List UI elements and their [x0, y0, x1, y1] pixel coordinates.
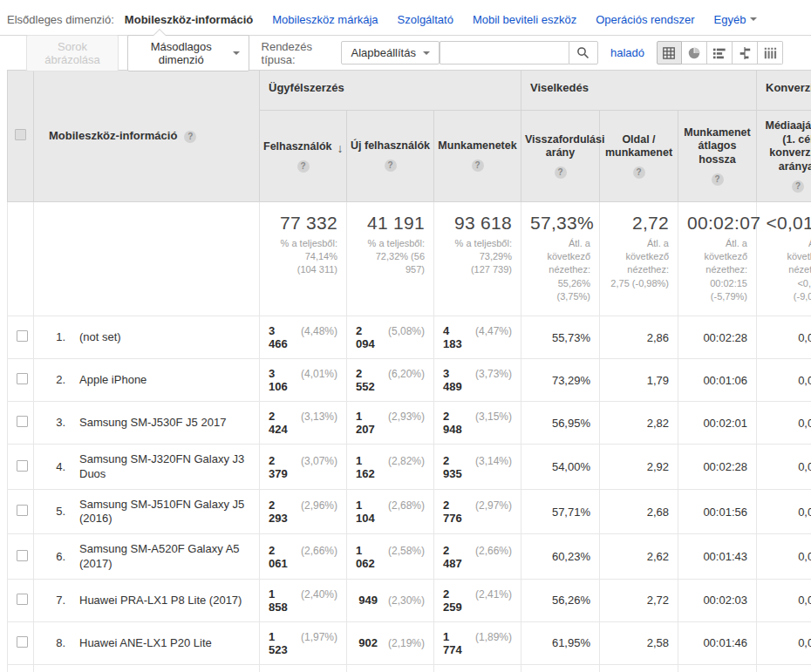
new-users-percent: (2,19%) — [378, 637, 425, 649]
help-icon[interactable]: ? — [555, 166, 567, 179]
pages-per-session-cell: 2,72 — [600, 579, 678, 621]
help-icon[interactable]: ? — [712, 173, 724, 186]
tab-mobileszkoz-markaja[interactable]: Mobileszköz márkája — [272, 13, 378, 26]
table-row: 7. Huawei PRA-LX1 P8 Lite (2017) 1 858(2… — [8, 579, 811, 621]
column-header-conversion[interactable]: Médiaajánlat (1. cél konverziós aránya) … — [757, 111, 811, 202]
new-users-value: 1 062 — [356, 544, 378, 570]
search-input[interactable] — [440, 41, 569, 64]
group-header-acquisition: Ügyfélszerzés — [260, 71, 521, 111]
sessions-column-label: Munkamenetek — [438, 139, 517, 153]
tab-mobil-beviteli-eszkoz[interactable]: Mobil beviteli eszköz — [473, 13, 576, 26]
help-icon[interactable]: ? — [184, 131, 196, 143]
row-checkbox[interactable] — [17, 416, 28, 427]
select-all-checkbox[interactable] — [15, 129, 26, 140]
pivot-view-button[interactable] — [758, 41, 783, 64]
sort-type-button[interactable]: Alapbeállítás — [341, 41, 439, 64]
column-header-bounce-rate[interactable]: Visszafordulási arány ? — [521, 111, 600, 202]
column-header-new-users[interactable]: Új felhasználók ? — [347, 111, 434, 202]
group-acquisition-label: Ügyfélszerzés — [269, 81, 344, 94]
sessions-value: 2 935 — [443, 454, 465, 480]
plot-rows-button[interactable]: Sorok ábrázolása — [26, 35, 119, 71]
help-icon[interactable]: ? — [472, 160, 484, 172]
row-index: 3. — [43, 416, 65, 430]
bounce-rate-cell: 60,23% — [521, 534, 600, 580]
column-header-avg-session-duration[interactable]: Munkamenet átlagos hossza ? — [678, 111, 757, 202]
table-body: 1. (not set) 3 466(4,48%) 2 094(5,08%) 4… — [8, 316, 811, 672]
search-button[interactable] — [569, 41, 598, 64]
summary-bounce-rate: 57,33% Átl. a következő nézethez: 55,26%… — [521, 201, 600, 316]
sessions-cell: 1 774(1,89%) — [434, 621, 521, 664]
tab-operacios-rendszer[interactable]: Operációs rendszer — [596, 13, 694, 26]
horizontal-bars-icon — [712, 46, 726, 60]
pages-per-session-cell: 2,92 — [600, 445, 678, 490]
summary-avg-session-duration-subtext: Átl. a következő nézethez: 00:02:15 (-5,… — [687, 237, 747, 304]
sort-type-label: Rendezés típusa: — [262, 40, 335, 66]
table-row: 9. Huawei ALE-L21 P8 Lite 1 486(1,92%) 7… — [8, 664, 811, 672]
table-view-button[interactable] — [657, 41, 682, 64]
users-cell: 3 106(4,01%) — [260, 359, 347, 402]
sessions-percent: (2,41%) — [465, 588, 512, 601]
tab-szolgaltato[interactable]: Szolgáltató — [398, 13, 453, 26]
row-checkbox[interactable] — [17, 373, 28, 384]
advanced-search-link[interactable]: haladó — [610, 46, 644, 59]
help-icon[interactable]: ? — [297, 160, 310, 173]
column-header-sessions[interactable]: Munkamenetek ? — [434, 111, 521, 202]
column-header-users[interactable]: Felhasználók↓ ? — [260, 111, 347, 202]
help-icon[interactable]: ? — [385, 160, 397, 172]
users-column-label: Felhasználók — [263, 140, 332, 153]
sessions-cell: 2 259(2,41%) — [434, 579, 521, 621]
bounce-rate-cell: 55,73% — [521, 316, 600, 359]
summary-new-users-subtext: % a teljesből: 72,32% (56 957) — [356, 237, 425, 277]
summary-users-value: 77 332 — [269, 213, 337, 234]
users-percent: (3,07%) — [290, 455, 337, 467]
row-dimension-cell: 5. Samsung SM-J510FN Galaxy J5 (2016) — [34, 489, 260, 534]
sessions-cell: 2 935(3,14%) — [434, 445, 521, 490]
summary-conversion: <0,01% Átl. a következő nézethez: <0,01%… — [757, 201, 811, 316]
help-icon[interactable]: ? — [633, 166, 645, 179]
row-checkbox[interactable] — [17, 594, 28, 605]
primary-dimension-label: Elsődleges dimenzió: — [7, 13, 114, 26]
conversion-cell: 0,00% — [757, 316, 811, 359]
sessions-value: 2 948 — [443, 410, 465, 436]
row-dimension-value: Huawei PRA-LX1 P8 Lite (2017) — [79, 594, 242, 608]
avg-session-duration-cell: 00:02:01 — [678, 402, 757, 445]
sessions-cell: 2 948(3,15%) — [434, 402, 521, 445]
tab-mobileszkoz-informacio[interactable]: Mobileszköz-információ — [125, 13, 253, 26]
summary-pages-per-session-value: 2,72 — [609, 213, 669, 234]
avg-session-duration-cell: 00:02:28 — [678, 445, 757, 490]
users-cell: 2 424(3,13%) — [260, 402, 347, 445]
new-users-cell: 2 094(5,08%) — [347, 316, 434, 359]
percentage-view-button[interactable] — [682, 41, 707, 64]
help-icon[interactable]: ? — [792, 180, 804, 193]
users-value: 1 858 — [269, 587, 290, 614]
conversion-cell: 0,00% — [757, 402, 811, 445]
row-index: 4. — [43, 460, 65, 474]
avg-session-duration-cell: 00:01:06 — [678, 359, 757, 402]
summary-sessions-value: 93 618 — [443, 213, 512, 234]
performance-view-button[interactable] — [707, 41, 733, 64]
column-header-pages-per-session[interactable]: Oldal / munkamenet ? — [600, 111, 678, 202]
row-index: 6. — [43, 550, 65, 564]
row-checkbox[interactable] — [17, 550, 28, 561]
summary-name-cell — [34, 201, 260, 316]
row-checkbox[interactable] — [17, 330, 28, 342]
users-cell: 1 858(2,40%) — [260, 579, 347, 621]
avg-session-duration-cell: 00:01:46 — [678, 621, 757, 664]
users-value: 2 061 — [269, 544, 290, 570]
row-checkbox[interactable] — [17, 460, 28, 472]
sessions-value: 3 489 — [443, 367, 465, 393]
sessions-percent: (4,47%) — [465, 325, 512, 337]
summary-avg-session-duration: 00:02:07 Átl. a következő nézethez: 00:0… — [678, 201, 757, 316]
secondary-dimension-button[interactable]: Másodlagos dimenzió — [127, 35, 249, 71]
users-cell: 2 061(2,66%) — [260, 534, 347, 580]
row-checkbox[interactable] — [17, 505, 28, 516]
tab-egyeb[interactable]: Egyéb — [714, 13, 758, 26]
row-checkbox[interactable] — [17, 636, 28, 648]
dimension-column-header[interactable]: Mobileszköz-információ? — [34, 71, 260, 202]
row-dimension-value: Huawei ANE-LX1 P20 Lite — [79, 636, 212, 650]
row-dimension-cell: 4. Samsung SM-J320FN Galaxy J3 Duos — [34, 445, 260, 490]
row-checkbox-cell — [8, 359, 34, 402]
summary-new-users: 41 191 % a teljesből: 72,32% (56 957) — [347, 201, 434, 316]
row-index: 8. — [43, 636, 65, 650]
comparison-view-button[interactable] — [733, 41, 758, 64]
